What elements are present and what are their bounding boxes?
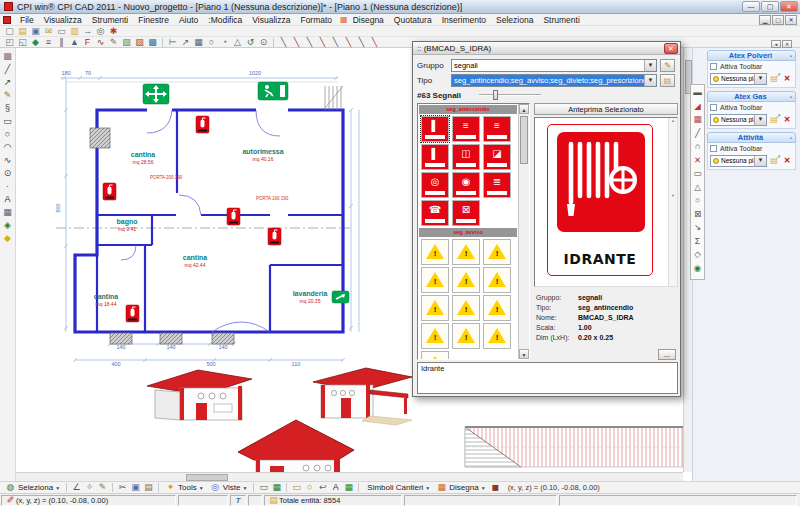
menu-visualizza[interactable]: Visualizza (247, 15, 295, 25)
settings-icon[interactable]: ✱ (107, 26, 120, 37)
mdi-button[interactable]: ▢ (772, 15, 784, 25)
palette-item-seg_antincendio[interactable]: ≣ (483, 172, 511, 198)
snap-node-icon[interactable]: ╲ (368, 37, 381, 48)
zoom-icon[interactable]: ◎ (94, 26, 107, 37)
pan-icon[interactable]: ▩ (1, 50, 15, 63)
palette-item-seg_avviso[interactable]: ! (483, 267, 511, 293)
angle-snap-icon[interactable]: ∠ (70, 482, 83, 493)
chevron-down-icon[interactable]: ▼ (754, 115, 766, 125)
pin-icon[interactable]: ▪ (790, 135, 792, 141)
print-icon[interactable]: ▭ (55, 26, 68, 37)
polygon-icon[interactable]: △ (231, 37, 244, 48)
menu-aiuto[interactable]: Aiuto (174, 15, 203, 25)
chevron-down-icon[interactable]: ▼ (754, 74, 766, 84)
hatch-icon[interactable]: ▦ (1, 206, 15, 219)
close-button[interactable]: ✕ (780, 1, 798, 12)
paste-icon[interactable]: ▤ (142, 482, 155, 493)
diamond-icon[interactable]: ◇ (691, 248, 704, 262)
rect-measure-icon[interactable]: ▭ (691, 167, 704, 181)
stairs-icon[interactable]: ◢ (691, 100, 704, 114)
snap-int-icon[interactable]: ╲ (329, 37, 342, 48)
menu-modifica[interactable]: :Modifica (203, 15, 247, 25)
extinguisher-sign[interactable] (268, 228, 281, 245)
delete-icon[interactable]: ✕ (691, 154, 704, 168)
tools-dropdown[interactable]: ✦Tools▼ (162, 482, 207, 493)
save-icon[interactable]: ▣ (29, 26, 42, 37)
close-panels-button[interactable]: ✕ (782, 40, 792, 48)
house-3d[interactable] (313, 368, 412, 425)
panel-header[interactable]: Attività▪ (707, 132, 796, 143)
rotate-icon[interactable]: ↺ (244, 37, 257, 48)
disegna-dropdown[interactable]: ▦Disegna▼ (433, 482, 488, 493)
palette-item-seg_antincendio[interactable]: ⊠ (452, 200, 480, 226)
cut-icon[interactable]: ✂ (116, 482, 129, 493)
palette-item-seg_avviso[interactable]: ! (421, 351, 449, 360)
preview-scrollbar[interactable]: ▲▼ (668, 118, 677, 286)
hatch3-icon[interactable]: ▩ (146, 37, 159, 48)
grid-tool-icon[interactable]: ▦ (192, 37, 205, 48)
edit-type-button[interactable]: ▤ (660, 74, 675, 87)
palette-item-seg_antincendio[interactable]: ▌ (421, 144, 449, 170)
piantina-dropdown[interactable]: Nessuna piantina▼ (710, 155, 767, 167)
gruppo-combobox[interactable]: segnali ▼ (451, 59, 657, 72)
piantina-dropdown[interactable]: Nessuna piantina▼ (710, 114, 767, 126)
snap-perp-icon[interactable]: ╲ (316, 37, 329, 48)
snap-end-icon[interactable]: ╲ (277, 37, 290, 48)
menu-strumenti[interactable]: Strumenti (87, 15, 133, 25)
arc-icon[interactable]: ◔ (218, 37, 231, 48)
snap-near-icon[interactable]: ╲ (303, 37, 316, 48)
palette-item-seg_avviso[interactable]: ! (421, 295, 449, 321)
scroll-down-icon[interactable]: ▼ (519, 349, 529, 359)
remove-piantina-button[interactable]: ✕ (781, 73, 793, 85)
ortho-icon[interactable]: ⊢ (166, 37, 179, 48)
folders-icon[interactable]: ▥ (68, 26, 81, 37)
arc-measure-icon[interactable]: ∩ (691, 140, 704, 154)
piantina-dropdown[interactable]: Nessuna piantina▼ (710, 73, 767, 85)
palette-item-seg_antincendio[interactable]: ◪ (483, 144, 511, 170)
extinguisher-sign[interactable] (196, 116, 209, 133)
maximize-button[interactable]: ▢ (761, 1, 779, 12)
palette-item-seg_avviso[interactable]: ! (421, 239, 449, 265)
curve-icon[interactable]: ∿ (1, 154, 15, 167)
exit-sign[interactable] (143, 84, 169, 104)
hatch2-icon[interactable]: ▨ (133, 37, 146, 48)
copy-window-icon[interactable]: ◰ (3, 37, 16, 48)
blocks-icon[interactable]: ◼ (489, 482, 502, 493)
mdi-button[interactable]: ✕ (785, 15, 797, 25)
triangle-icon[interactable]: ▲ (68, 37, 81, 48)
fill-icon[interactable]: ◆ (1, 232, 15, 245)
panel-header[interactable]: Atex Polveri▪ (707, 50, 796, 61)
line-icon[interactable]: ╱ (1, 63, 15, 76)
remove-piantina-button[interactable]: ✕ (781, 155, 793, 167)
palette-item-seg_antincendio[interactable]: ◎ (421, 172, 449, 198)
attiva-toolbar-checkbox[interactable] (710, 104, 717, 111)
menu-quotatura[interactable]: Quotatura (389, 15, 437, 25)
export-icon[interactable]: → (81, 26, 94, 37)
palette-item-seg_antincendio[interactable]: ☎ (421, 200, 449, 226)
chevron-down-icon[interactable]: ▼ (644, 60, 656, 71)
grid-toggle-icon[interactable]: ▦ (270, 482, 283, 493)
house-3d[interactable] (238, 420, 354, 472)
spline-icon[interactable]: ∿ (94, 37, 107, 48)
columns-icon[interactable]: ∥ (55, 37, 68, 48)
edit-group-button[interactable]: ✎ (660, 59, 675, 72)
leader-icon[interactable]: ↘ (691, 221, 704, 235)
palette-item-seg_antincendio[interactable]: ≡ (483, 116, 511, 142)
layers-icon[interactable]: ≡ (42, 37, 55, 48)
rect-symbol-icon[interactable]: ▭ (290, 482, 303, 493)
paste-window-icon[interactable]: ◱ (16, 37, 29, 48)
text-icon[interactable]: A (1, 193, 15, 206)
menu-visualizza[interactable]: Visualizza (39, 15, 87, 25)
load-piantina-button[interactable]: ▤↗ (768, 155, 780, 167)
viste-dropdown[interactable]: ◎Viste▼ (207, 482, 251, 493)
exit-sign[interactable] (332, 291, 349, 303)
mdi-button[interactable]: ▁ (759, 15, 771, 25)
menu-disegna[interactable]: Disegna (348, 15, 389, 25)
minimize-button[interactable]: — (742, 1, 760, 12)
print-area-icon[interactable]: ▭ (257, 482, 270, 493)
menu-finestre[interactable]: Finestre (133, 15, 174, 25)
pin-icon[interactable]: ▪ (790, 53, 792, 59)
double-line-icon[interactable]: § (1, 102, 15, 115)
extinguisher-sign[interactable] (103, 183, 116, 200)
edit-icon[interactable]: ✎ (107, 37, 120, 48)
